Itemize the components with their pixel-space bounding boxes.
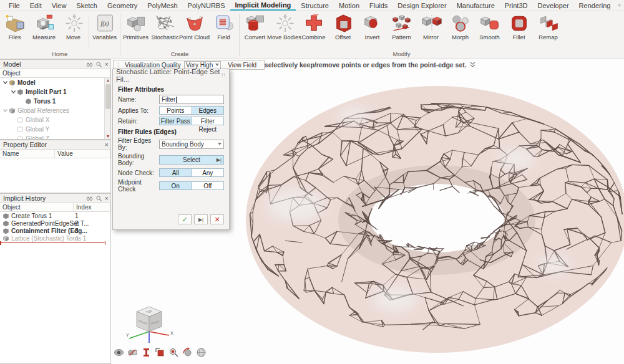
find-icon[interactable] xyxy=(86,61,93,68)
convert-icon xyxy=(245,13,266,33)
ribbon-point-cloud-button[interactable]: Point Cloud xyxy=(180,12,209,41)
chevron-down-icon xyxy=(215,64,219,66)
tree-item-label: Model xyxy=(17,79,36,86)
history-row-4[interactable]: Lattice (Stochastic) Torus 14 xyxy=(0,234,110,242)
menu-polymesh[interactable]: PolyMesh xyxy=(142,1,182,10)
chevron-down-icon[interactable] xyxy=(2,108,8,113)
zoom-view-icon[interactable] xyxy=(168,347,179,358)
tree-item-global-z[interactable]: Global Z xyxy=(0,134,110,139)
svg-text:f(x): f(x) xyxy=(100,21,109,27)
ribbon-separator xyxy=(239,14,240,56)
history-row-3[interactable]: Containment Filter (Edg...3 xyxy=(0,227,110,234)
section-view-icon[interactable] xyxy=(141,347,152,358)
ribbon-move-button[interactable]: Move xyxy=(59,12,88,41)
filter-pass-toggle[interactable]: Filter Pass xyxy=(159,117,192,125)
view-field-button[interactable]: View Field xyxy=(224,62,260,69)
ribbon-invert-button[interactable]: Invert xyxy=(358,12,387,41)
scroll-up-icon[interactable]: ▲ xyxy=(105,78,110,83)
tree-item-global-x[interactable]: Global X xyxy=(0,115,110,125)
move-view-icon[interactable] xyxy=(127,347,138,358)
menu-manufacture[interactable]: Manufacture xyxy=(452,1,500,10)
menu-print3d[interactable]: Print3D xyxy=(500,1,533,10)
find-icon[interactable] xyxy=(86,195,93,202)
ribbon-measure-button[interactable]: Measure xyxy=(29,12,59,41)
ribbon-pattern-button[interactable]: Pattern xyxy=(387,12,416,41)
menu-file[interactable]: File xyxy=(4,1,25,10)
close-icon[interactable]: × xyxy=(105,141,109,148)
edges-toggle[interactable]: Edges xyxy=(192,106,225,115)
menu-design-explorer[interactable]: Design Explorer xyxy=(392,1,451,10)
tree-item-torus-1[interactable]: Torus 1 xyxy=(0,97,110,106)
viewport[interactable]: Create a filter to selectively keep/remo… xyxy=(111,59,624,364)
history-row-2[interactable]: GeneratedPointEdgeSet T...2 xyxy=(0,219,110,227)
tree-item-implicit-part-1[interactable]: Implicit Part 1 xyxy=(0,87,110,97)
collapse-chevron-icon[interactable] xyxy=(470,62,475,68)
menu-developer[interactable]: Developer xyxy=(532,1,573,10)
ribbon-offset-button[interactable]: Offset xyxy=(328,12,358,41)
next-button[interactable]: ▶| xyxy=(194,214,208,224)
filter-edges-by-dropdown[interactable]: Bounding Body xyxy=(159,140,224,149)
points-toggle[interactable]: Points xyxy=(159,106,192,115)
menu-sketch[interactable]: Sketch xyxy=(71,1,102,10)
history-row-index: 4 xyxy=(75,235,79,242)
ribbon-combine-button[interactable]: Combine xyxy=(299,12,328,41)
close-icon[interactable]: × xyxy=(105,61,109,67)
history-row-index: 3 xyxy=(75,228,79,234)
menu-rendering[interactable]: Rendering xyxy=(574,1,616,10)
view-cube[interactable]: TOP FRONT RIGHT Y X xyxy=(125,299,173,348)
ribbon-convert-button[interactable]: Convert xyxy=(240,12,270,41)
menu-fluids[interactable]: Fluids xyxy=(364,1,392,10)
all-toggle[interactable]: All xyxy=(159,168,192,177)
cancel-button[interactable]: ✕ xyxy=(210,214,224,224)
rotate-view-icon[interactable] xyxy=(182,347,193,358)
dialog-title: Stochastic Lattice: Point-Edge Set Fil..… xyxy=(116,68,222,83)
tree-item-global-y[interactable]: Global Y xyxy=(0,125,110,134)
ribbon-primitives-button[interactable]: Primitives xyxy=(121,12,150,41)
dialog-section-heading: Filter Attributes xyxy=(118,86,224,93)
bounding-body-select-button[interactable]: Select▶| xyxy=(159,155,224,165)
history-row-1[interactable]: Create Torus 11 xyxy=(0,212,110,219)
model-scrollbar[interactable]: ▲ ▼ xyxy=(104,78,110,139)
off-toggle[interactable]: Off xyxy=(192,181,225,190)
history-marker[interactable] xyxy=(0,242,110,244)
ribbon-field-button[interactable]: Field xyxy=(209,12,238,41)
menu-polynurbs[interactable]: PolyNURBS xyxy=(183,1,230,10)
globe-view-icon[interactable] xyxy=(196,347,207,358)
search-icon[interactable] xyxy=(95,195,102,202)
chevron-down-icon[interactable] xyxy=(11,89,16,95)
tree-item-global-references[interactable]: Global References xyxy=(0,106,110,115)
ribbon-item-label: Remap xyxy=(539,34,558,41)
name-input[interactable]: Filter xyxy=(159,95,224,104)
dialog-title-bar[interactable]: Stochastic Lattice: Point-Edge Set Fil..… xyxy=(113,69,229,82)
ribbon-variables-button[interactable]: f(x)Variables xyxy=(90,12,119,41)
fit-view-icon[interactable] xyxy=(155,347,165,358)
ribbon-item-label: Field xyxy=(217,34,230,41)
ribbon-remap-button[interactable]: Remap xyxy=(534,12,563,41)
tree-item-model[interactable]: Model xyxy=(0,78,110,87)
chevron-down-icon[interactable] xyxy=(2,80,8,85)
menu-implicit-modeling[interactable]: Implicit Modeling xyxy=(230,0,296,11)
spin-view-icon[interactable] xyxy=(114,347,124,358)
ribbon-mirror-button[interactable]: Mirror xyxy=(416,12,446,41)
scroll-thumb[interactable] xyxy=(105,84,110,109)
ribbon-files-button[interactable]: Files xyxy=(0,12,29,41)
ribbon-smooth-button[interactable]: Smooth xyxy=(475,12,504,41)
ribbon-morph-button[interactable]: Morph xyxy=(446,12,475,41)
any-toggle[interactable]: Any xyxy=(192,168,225,177)
menu-geometry[interactable]: Geometry xyxy=(102,1,142,10)
ok-button[interactable]: ✓ xyxy=(178,214,192,224)
search-icon[interactable] xyxy=(95,61,102,68)
menu-structure[interactable]: Structure xyxy=(296,1,334,10)
close-icon[interactable]: × xyxy=(105,195,109,201)
dialog-grip-icon[interactable]: ⁞⁞ xyxy=(222,72,226,79)
menu-motion[interactable]: Motion xyxy=(334,1,364,10)
ribbon-fillet-button[interactable]: Fillet xyxy=(504,12,534,41)
toolbar-grip[interactable]: ⋮ xyxy=(115,62,122,68)
on-toggle[interactable]: On xyxy=(159,181,192,190)
ribbon-move-bodies-button[interactable]: Move Bodies xyxy=(270,12,299,41)
filter-reject-toggle[interactable]: Filter Reject xyxy=(192,117,225,125)
menu-edit[interactable]: Edit xyxy=(25,1,47,10)
menu-view[interactable]: View xyxy=(47,1,72,10)
ribbon-stochastic-button[interactable]: Stochastic xyxy=(150,12,180,41)
scroll-down-icon[interactable]: ▼ xyxy=(105,134,110,139)
